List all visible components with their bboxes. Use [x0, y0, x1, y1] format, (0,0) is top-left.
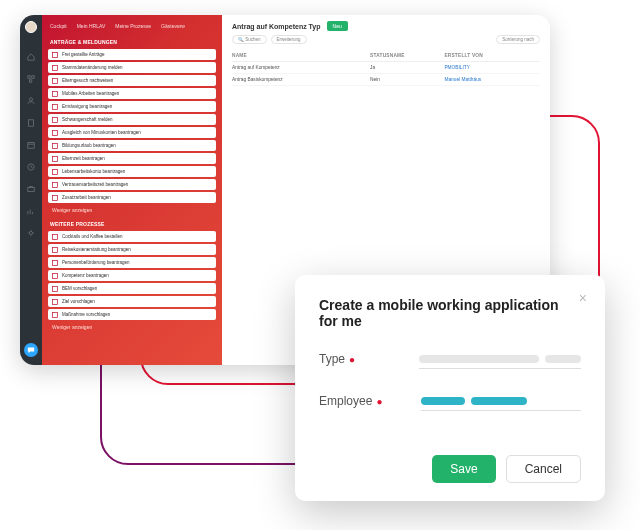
cell-name: Antrag auf Kompetenz: [232, 65, 370, 70]
sidebar-item[interactable]: Maßnahme vorschlagen: [48, 309, 216, 320]
svg-rect-27: [53, 299, 58, 304]
svg-rect-1: [32, 76, 34, 78]
sidebar-item-label: Reisekostenerstattung beantragen: [62, 247, 131, 252]
topnav-item[interactable]: Cockpit: [50, 23, 67, 29]
required-dot-icon: ●: [376, 396, 382, 407]
svg-rect-20: [53, 182, 58, 187]
sidebar-item-label: Elterngesuch nachweisen: [62, 78, 113, 83]
calendar-icon[interactable]: [27, 135, 35, 143]
sidebar-item[interactable]: Personenbeförderung beantragen: [48, 257, 216, 268]
item-icon: [52, 169, 58, 175]
item-icon: [52, 286, 58, 292]
col-header: STATUSNAME: [370, 53, 444, 58]
chat-bubble-icon[interactable]: [24, 343, 38, 357]
item-icon: [52, 234, 58, 240]
save-button[interactable]: Save: [432, 455, 495, 483]
field-label: Employee: [319, 394, 372, 408]
sidebar-item-label: Ziel vorschlagen: [62, 299, 95, 304]
doc-icon[interactable]: [27, 113, 35, 121]
sidebar-item[interactable]: Kompetenz beantragen: [48, 270, 216, 281]
new-button[interactable]: Neu: [327, 21, 348, 31]
chart-icon[interactable]: [27, 201, 35, 209]
clock-icon[interactable]: [27, 157, 35, 165]
cancel-button[interactable]: Cancel: [506, 455, 581, 483]
sidebar-item[interactable]: Vertrauensarbeitszeit beantragen: [48, 179, 216, 190]
collapse-link[interactable]: Weniger anzeigen: [48, 205, 216, 215]
cell-creator[interactable]: Manuel Matthäus: [444, 77, 540, 82]
sidebar-item-label: Schwangerschaft melden: [62, 117, 113, 122]
svg-rect-17: [53, 143, 58, 148]
sidebar-item[interactable]: Reisekostenerstattung beantragen: [48, 244, 216, 255]
svg-rect-5: [28, 143, 34, 149]
svg-rect-21: [53, 195, 58, 200]
item-icon: [52, 273, 58, 279]
type-field: Type ●: [319, 349, 581, 391]
svg-rect-23: [53, 247, 58, 252]
item-icon: [52, 78, 58, 84]
topnav-item[interactable]: Gästeverw: [161, 23, 185, 29]
sidebar-item[interactable]: Cocktails und Kaffee bestellen: [48, 231, 216, 242]
sidebar-item-label: Zusatzarbeit beantragen: [62, 195, 111, 200]
briefcase-icon[interactable]: [27, 179, 35, 187]
svg-rect-13: [53, 91, 58, 96]
item-icon: [52, 195, 58, 201]
svg-rect-14: [53, 104, 58, 109]
section-title: ANTRÄGE & MELDUNGEN: [48, 35, 216, 49]
sidebar-item-label: Ermässigung beantragen: [62, 104, 112, 109]
topnav-item[interactable]: Mein HRLAV: [77, 23, 106, 29]
sidebar-item-label: Elternzeit beantragen: [62, 156, 105, 161]
svg-rect-8: [28, 187, 34, 191]
cell-creator[interactable]: PMOBILITY: [444, 65, 540, 70]
svg-rect-22: [53, 234, 58, 239]
sidebar-item-label: Kompetenz beantragen: [62, 273, 109, 278]
sidebar-item[interactable]: Elterngesuch nachweisen: [48, 75, 216, 86]
filter-chip[interactable]: Erweiterung: [271, 35, 307, 44]
home-icon[interactable]: [27, 47, 35, 55]
sidebar-item-label: Personenbeförderung beantragen: [62, 260, 130, 265]
svg-rect-18: [53, 156, 58, 161]
svg-rect-16: [53, 130, 58, 135]
cell-status: Ja: [370, 65, 444, 70]
sidebar-item[interactable]: Schwangerschaft melden: [48, 114, 216, 125]
svg-rect-4: [29, 120, 34, 126]
sidebar-item[interactable]: Frei gestellte Anträge: [48, 49, 216, 60]
sidebar-item-label: Ausgleich von Minuskonten beantragen: [62, 130, 141, 135]
type-input[interactable]: [419, 349, 581, 369]
create-application-modal: × Create a mobile working application fo…: [295, 275, 605, 501]
sidebar-item[interactable]: BEM vorschlagen: [48, 283, 216, 294]
table-row[interactable]: Antrag auf KompetenzJaPMOBILITY: [232, 62, 540, 74]
search-field[interactable]: 🔍 Suchen: [232, 35, 267, 44]
sidebar-item[interactable]: Elternzeit beantragen: [48, 153, 216, 164]
table-row[interactable]: Antrag BasiskompetenzNeinManuel Matthäus: [232, 74, 540, 86]
user-icon[interactable]: [27, 91, 35, 99]
sidebar-item-label: Stammdatenänderung melden: [62, 65, 123, 70]
settings-icon[interactable]: [27, 223, 35, 231]
sidebar-item[interactable]: Stammdatenänderung melden: [48, 62, 216, 73]
sidebar-item[interactable]: Ausgleich von Minuskonten beantragen: [48, 127, 216, 138]
topnav-item[interactable]: Meine Prozesse: [115, 23, 151, 29]
svg-rect-28: [53, 312, 58, 317]
sidebar-item-label: Bildungsurlaub beantragen: [62, 143, 116, 148]
sidebar-item[interactable]: Bildungsurlaub beantragen: [48, 140, 216, 151]
sidebar-item[interactable]: Lebensarbeitskonto beantragen: [48, 166, 216, 177]
item-icon: [52, 104, 58, 110]
sidebar-item[interactable]: Mobiles Arbeiten beantragen: [48, 88, 216, 99]
section-title: WEITERE PROZESSE: [48, 217, 216, 231]
svg-rect-19: [53, 169, 58, 174]
sidebar-item-label: BEM vorschlagen: [62, 286, 97, 291]
employee-field: Employee ●: [319, 391, 581, 433]
employee-input[interactable]: [421, 391, 581, 411]
sidebar-item[interactable]: Zusatzarbeit beantragen: [48, 192, 216, 203]
sidebar-item[interactable]: Ermässigung beantragen: [48, 101, 216, 112]
sidebar-item[interactable]: Ziel vorschlagen: [48, 296, 216, 307]
close-icon[interactable]: ×: [579, 291, 587, 305]
collapse-link[interactable]: Weniger anzeigen: [48, 322, 216, 332]
sort-chip[interactable]: Sortierung nach: [496, 35, 540, 44]
item-icon: [52, 65, 58, 71]
top-nav: Cockpit Mein HRLAV Meine Prozesse Gästev…: [48, 21, 216, 35]
avatar[interactable]: [25, 21, 37, 33]
modal-title: Create a mobile working application for …: [319, 297, 581, 349]
svg-rect-10: [53, 52, 58, 57]
org-icon[interactable]: [27, 69, 35, 77]
table-header: NAME STATUSNAME ERSTELLT VON: [232, 50, 540, 62]
